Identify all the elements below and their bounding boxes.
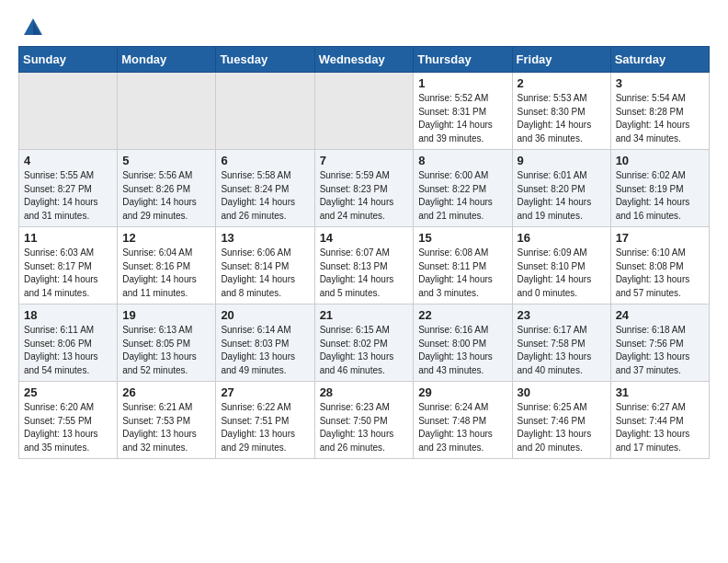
day-info: Sunrise: 5:56 AMSunset: 8:26 PMDaylight:… bbox=[122, 169, 210, 223]
calendar-cell: 1Sunrise: 5:52 AMSunset: 8:31 PMDaylight… bbox=[414, 73, 512, 150]
day-info: Sunrise: 6:06 AMSunset: 8:14 PMDaylight:… bbox=[221, 247, 309, 300]
day-info: Sunrise: 5:54 AMSunset: 8:28 PMDaylight:… bbox=[616, 92, 704, 145]
day-number: 12 bbox=[122, 231, 210, 245]
day-number: 18 bbox=[24, 308, 112, 322]
calendar-cell bbox=[216, 73, 314, 150]
day-number: 9 bbox=[518, 154, 606, 167]
day-info: Sunrise: 5:53 AMSunset: 8:30 PMDaylight:… bbox=[518, 92, 606, 145]
day-info: Sunrise: 6:03 AMSunset: 8:17 PMDaylight:… bbox=[24, 247, 112, 300]
day-number: 10 bbox=[616, 154, 704, 167]
day-number: 23 bbox=[518, 308, 606, 322]
calendar-cell: 23Sunrise: 6:17 AMSunset: 7:58 PMDayligh… bbox=[512, 304, 610, 382]
calendar-cell: 17Sunrise: 6:10 AMSunset: 8:08 PMDayligh… bbox=[610, 227, 709, 304]
calendar-cell: 24Sunrise: 6:18 AMSunset: 7:56 PMDayligh… bbox=[610, 304, 709, 382]
week-row-2: 4Sunrise: 5:55 AMSunset: 8:27 PMDaylight… bbox=[19, 150, 710, 227]
day-number: 15 bbox=[418, 231, 506, 245]
day-info: Sunrise: 6:01 AMSunset: 8:20 PMDaylight:… bbox=[518, 169, 606, 223]
day-number: 2 bbox=[518, 76, 606, 90]
day-number: 27 bbox=[221, 385, 309, 399]
calendar-cell bbox=[118, 73, 216, 150]
calendar-cell: 13Sunrise: 6:06 AMSunset: 8:14 PMDayligh… bbox=[216, 227, 314, 304]
day-number: 7 bbox=[320, 154, 409, 167]
calendar-cell: 28Sunrise: 6:23 AMSunset: 7:50 PMDayligh… bbox=[314, 382, 414, 459]
calendar-cell: 22Sunrise: 6:16 AMSunset: 8:00 PMDayligh… bbox=[414, 304, 512, 382]
calendar-cell: 20Sunrise: 6:14 AMSunset: 8:03 PMDayligh… bbox=[216, 304, 314, 382]
page: SundayMondayTuesdayWednesdayThursdayFrid… bbox=[0, 0, 728, 474]
calendar-cell: 7Sunrise: 5:59 AMSunset: 8:23 PMDaylight… bbox=[314, 150, 414, 227]
weekday-header-saturday: Saturday bbox=[610, 47, 709, 73]
calendar-cell: 12Sunrise: 6:04 AMSunset: 8:16 PMDayligh… bbox=[118, 227, 216, 304]
weekday-header-thursday: Thursday bbox=[414, 47, 512, 73]
day-number: 22 bbox=[418, 308, 506, 322]
logo bbox=[18, 15, 46, 37]
day-number: 31 bbox=[616, 385, 704, 399]
weekday-header-monday: Monday bbox=[118, 47, 216, 73]
day-number: 6 bbox=[221, 154, 309, 167]
calendar-cell: 30Sunrise: 6:25 AMSunset: 7:46 PMDayligh… bbox=[512, 382, 610, 459]
calendar-cell: 16Sunrise: 6:09 AMSunset: 8:10 PMDayligh… bbox=[512, 227, 610, 304]
calendar: SundayMondayTuesdayWednesdayThursdayFrid… bbox=[18, 46, 710, 459]
day-info: Sunrise: 5:58 AMSunset: 8:24 PMDaylight:… bbox=[221, 169, 309, 223]
day-number: 25 bbox=[24, 385, 112, 399]
calendar-cell: 11Sunrise: 6:03 AMSunset: 8:17 PMDayligh… bbox=[19, 227, 118, 304]
day-info: Sunrise: 6:17 AMSunset: 7:58 PMDaylight:… bbox=[518, 324, 606, 377]
calendar-cell bbox=[19, 73, 118, 150]
calendar-cell: 3Sunrise: 5:54 AMSunset: 8:28 PMDaylight… bbox=[610, 73, 709, 150]
calendar-cell: 8Sunrise: 6:00 AMSunset: 8:22 PMDaylight… bbox=[414, 150, 512, 227]
day-info: Sunrise: 5:55 AMSunset: 8:27 PMDaylight:… bbox=[24, 169, 112, 223]
logo-icon bbox=[20, 15, 46, 40]
day-number: 13 bbox=[221, 231, 309, 245]
weekday-header-sunday: Sunday bbox=[19, 47, 118, 73]
calendar-cell: 2Sunrise: 5:53 AMSunset: 8:30 PMDaylight… bbox=[512, 73, 610, 150]
day-info: Sunrise: 6:20 AMSunset: 7:55 PMDaylight:… bbox=[24, 401, 112, 454]
calendar-cell: 10Sunrise: 6:02 AMSunset: 8:19 PMDayligh… bbox=[610, 150, 709, 227]
day-info: Sunrise: 6:18 AMSunset: 7:56 PMDaylight:… bbox=[616, 324, 704, 377]
calendar-cell: 26Sunrise: 6:21 AMSunset: 7:53 PMDayligh… bbox=[118, 382, 216, 459]
calendar-cell: 15Sunrise: 6:08 AMSunset: 8:11 PMDayligh… bbox=[414, 227, 512, 304]
day-info: Sunrise: 6:27 AMSunset: 7:44 PMDaylight:… bbox=[616, 401, 704, 454]
day-number: 21 bbox=[320, 308, 409, 322]
day-info: Sunrise: 6:04 AMSunset: 8:16 PMDaylight:… bbox=[122, 247, 210, 300]
day-info: Sunrise: 6:07 AMSunset: 8:13 PMDaylight:… bbox=[320, 247, 409, 300]
day-info: Sunrise: 6:16 AMSunset: 8:00 PMDaylight:… bbox=[418, 324, 506, 377]
day-info: Sunrise: 6:25 AMSunset: 7:46 PMDaylight:… bbox=[518, 401, 606, 454]
day-number: 5 bbox=[122, 154, 210, 167]
week-row-1: 1Sunrise: 5:52 AMSunset: 8:31 PMDaylight… bbox=[19, 73, 710, 150]
weekday-header-wednesday: Wednesday bbox=[314, 47, 414, 73]
calendar-cell: 14Sunrise: 6:07 AMSunset: 8:13 PMDayligh… bbox=[314, 227, 414, 304]
day-info: Sunrise: 6:10 AMSunset: 8:08 PMDaylight:… bbox=[616, 247, 704, 300]
header bbox=[18, 15, 710, 37]
day-info: Sunrise: 6:21 AMSunset: 7:53 PMDaylight:… bbox=[122, 401, 210, 454]
day-info: Sunrise: 6:11 AMSunset: 8:06 PMDaylight:… bbox=[24, 324, 112, 377]
calendar-cell: 5Sunrise: 5:56 AMSunset: 8:26 PMDaylight… bbox=[118, 150, 216, 227]
week-row-3: 11Sunrise: 6:03 AMSunset: 8:17 PMDayligh… bbox=[19, 227, 710, 304]
day-info: Sunrise: 6:23 AMSunset: 7:50 PMDaylight:… bbox=[320, 401, 409, 454]
calendar-cell: 21Sunrise: 6:15 AMSunset: 8:02 PMDayligh… bbox=[314, 304, 414, 382]
calendar-cell: 4Sunrise: 5:55 AMSunset: 8:27 PMDaylight… bbox=[19, 150, 118, 227]
day-info: Sunrise: 5:52 AMSunset: 8:31 PMDaylight:… bbox=[418, 92, 506, 145]
day-number: 8 bbox=[418, 154, 506, 167]
day-number: 30 bbox=[518, 385, 606, 399]
day-info: Sunrise: 5:59 AMSunset: 8:23 PMDaylight:… bbox=[320, 169, 409, 223]
logo-text bbox=[18, 15, 46, 40]
day-number: 1 bbox=[418, 76, 506, 90]
calendar-cell: 31Sunrise: 6:27 AMSunset: 7:44 PMDayligh… bbox=[610, 382, 709, 459]
calendar-cell: 18Sunrise: 6:11 AMSunset: 8:06 PMDayligh… bbox=[19, 304, 118, 382]
day-number: 16 bbox=[518, 231, 606, 245]
day-number: 26 bbox=[122, 385, 210, 399]
day-info: Sunrise: 6:09 AMSunset: 8:10 PMDaylight:… bbox=[518, 247, 606, 300]
calendar-cell: 25Sunrise: 6:20 AMSunset: 7:55 PMDayligh… bbox=[19, 382, 118, 459]
day-info: Sunrise: 6:13 AMSunset: 8:05 PMDaylight:… bbox=[122, 324, 210, 377]
day-number: 4 bbox=[24, 154, 112, 167]
day-number: 24 bbox=[616, 308, 704, 322]
day-info: Sunrise: 6:02 AMSunset: 8:19 PMDaylight:… bbox=[616, 169, 704, 223]
day-info: Sunrise: 6:24 AMSunset: 7:48 PMDaylight:… bbox=[418, 401, 506, 454]
day-number: 14 bbox=[320, 231, 409, 245]
day-number: 17 bbox=[616, 231, 704, 245]
calendar-cell: 19Sunrise: 6:13 AMSunset: 8:05 PMDayligh… bbox=[118, 304, 216, 382]
day-info: Sunrise: 6:08 AMSunset: 8:11 PMDaylight:… bbox=[418, 247, 506, 300]
calendar-cell bbox=[314, 73, 414, 150]
day-number: 28 bbox=[320, 385, 409, 399]
day-number: 3 bbox=[616, 76, 704, 90]
day-number: 29 bbox=[418, 385, 506, 399]
